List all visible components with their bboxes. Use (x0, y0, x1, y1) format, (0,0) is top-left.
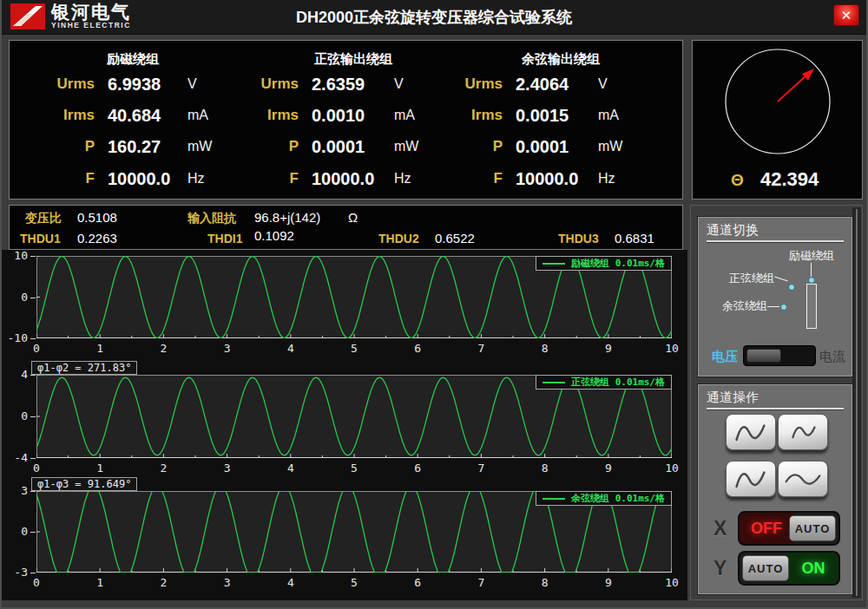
waveform-key-4[interactable] (778, 461, 828, 497)
close-button[interactable]: ✕ (833, 4, 859, 26)
close-icon: ✕ (841, 8, 852, 23)
phase-annotation: φ1-φ3 = 91.649° (31, 477, 137, 491)
x-tick-label: 2 (155, 576, 171, 589)
cosine-waveform-chart: 30-3 012345678910 余弦绕组 0.01ms/格 φ1-φ3 = … (36, 491, 672, 573)
y-on-state[interactable]: ON (788, 553, 838, 584)
x-tick-label: 1 (92, 576, 108, 589)
y-axis-toggle-label: Y (713, 557, 727, 580)
channel-dot-cosine[interactable] (780, 304, 787, 311)
x-tick-label: 6 (410, 342, 425, 355)
channel-switch-panel: 通道切换 励磁绕组 正弦绕组 余弦绕组 电压 电流 (697, 216, 853, 377)
label-f: F (27, 168, 95, 189)
unit-f: Hz (187, 168, 231, 189)
unit-f: Hz (598, 168, 641, 189)
waveform-key-3[interactable] (726, 461, 776, 497)
label-f: F (231, 168, 299, 189)
y-tick-label: 0 (21, 291, 28, 304)
y-tick-label: 4 (21, 369, 28, 381)
waveform-key-2[interactable] (778, 414, 828, 450)
channel-dot-sine[interactable] (788, 284, 795, 291)
voltage-label: 电压 (712, 349, 738, 365)
legend-line-icon (542, 382, 565, 383)
impedance-value: 96.8+j(142) (254, 209, 320, 226)
sine-wave-icon (727, 462, 775, 497)
label-p: P (27, 136, 95, 157)
voltage-current-toggle[interactable] (743, 345, 816, 366)
x-tick-label: 4 (283, 576, 299, 589)
y-tick-label: -3 (14, 566, 28, 579)
channel-switch-title: 通道切换 (707, 222, 759, 239)
x-tick-label: 6 (410, 462, 425, 475)
brand-name: 银河电气 (51, 3, 131, 21)
channel-dot-excitation[interactable] (808, 277, 815, 284)
x-axis-labels: 012345678910 (36, 462, 672, 475)
thdu3-label: THDU3 (558, 230, 599, 247)
phase-dial-panel: Θ 42.394 (692, 40, 863, 200)
app-window: DH2000正余弦旋转变压器综合试验系统 银河电气 YINHE ELECTRIC… (0, 0, 868, 609)
waveform-area: 100-10 012345678910 励磁绕组 0.01ms/格 40-4 0… (2, 250, 687, 600)
label-p: P (435, 136, 503, 157)
waveform-key-1[interactable] (726, 414, 776, 450)
current-label: 电流 (819, 349, 845, 365)
x-tick-label: 2 (155, 342, 171, 355)
excitation-waveform-chart: 100-10 012345678910 励磁绕组 0.01ms/格 (36, 256, 672, 338)
chart-legend[interactable]: 励磁绕组 0.01ms/格 (536, 256, 672, 271)
option-label-sine: 正弦绕组 (729, 271, 774, 286)
x-tick-label: 9 (601, 342, 616, 355)
group-header-cosine: 余弦输出绕组 (470, 51, 652, 68)
theta-value: 42.394 (760, 168, 819, 191)
connector-line (811, 263, 812, 277)
connector-line (767, 306, 779, 307)
option-label-cosine: 余弦绕组 (722, 298, 767, 314)
chart-legend[interactable]: 正弦绕组 0.01ms/格 (536, 375, 672, 390)
thdu2-value: 0.6522 (435, 230, 475, 247)
unit-p: mW (394, 136, 437, 157)
unit-irms: mA (598, 105, 641, 126)
unit-irms: mA (394, 105, 437, 126)
y-axis-toggle[interactable]: AUTO ON (738, 551, 840, 586)
x-tick-label: 9 (601, 462, 616, 475)
sidebar-scrollbar[interactable] (852, 207, 861, 598)
thdu1-label: THDU1 (20, 230, 61, 247)
x-auto-button[interactable]: AUTO (789, 515, 836, 541)
thdu1-value: 0.2263 (77, 230, 117, 247)
unit-p: mW (598, 136, 641, 157)
label-irms: Irms (435, 105, 503, 126)
y-tick-label: 0 (21, 410, 28, 422)
x-tick-label: 10 (664, 576, 680, 589)
x-tick-label: 7 (473, 342, 489, 355)
x-tick-label: 3 (220, 576, 235, 589)
y-axis-labels: 100-10 (3, 256, 31, 338)
divider (707, 408, 844, 409)
x-tick-label: 8 (537, 342, 553, 355)
x-axis-labels: 012345678910 (36, 342, 672, 356)
x-axis-toggle[interactable]: OFF AUTO (738, 511, 840, 546)
y-tick-label: -4 (14, 452, 28, 464)
legend-label: 励磁绕组 0.01ms/格 (571, 257, 665, 270)
x-axis-toggle-label: X (713, 517, 727, 540)
x-off-state[interactable]: OFF (740, 513, 793, 544)
group-header-excitation: 励磁绕组 (59, 51, 207, 68)
x-axis-labels: 012345678910 (36, 576, 672, 590)
y-axis-labels: 30-3 (3, 491, 31, 573)
legend-line-icon (542, 263, 565, 265)
legend-line-icon (542, 498, 565, 500)
brand-logo: 银河电气 YINHE ELECTRIC (10, 3, 131, 29)
legend-label: 正弦绕组 0.01ms/格 (571, 376, 665, 389)
channel-selector-track[interactable] (806, 284, 817, 329)
x-tick-label: 0 (29, 576, 44, 589)
ratio-label: 变压比 (25, 209, 62, 226)
ratio-value: 0.5108 (77, 209, 117, 226)
x-tick-label: 8 (537, 576, 553, 589)
measurement-panel: 励磁绕组 正弦输出绕组 余弦输出绕组 Urms 6.9938 V Irms 40… (9, 40, 683, 200)
x-tick-label: 0 (29, 342, 44, 355)
impedance-unit: Ω (348, 209, 358, 226)
x-tick-label: 5 (346, 462, 362, 475)
thdi1-label: THDI1 (207, 230, 242, 247)
label-irms: Irms (231, 105, 299, 126)
x-tick-label: 4 (283, 342, 299, 355)
label-p: P (231, 136, 299, 157)
unit-irms: mA (187, 105, 231, 126)
y-auto-button[interactable]: AUTO (742, 555, 789, 581)
chart-legend[interactable]: 余弦绕组 0.01ms/格 (536, 491, 672, 506)
